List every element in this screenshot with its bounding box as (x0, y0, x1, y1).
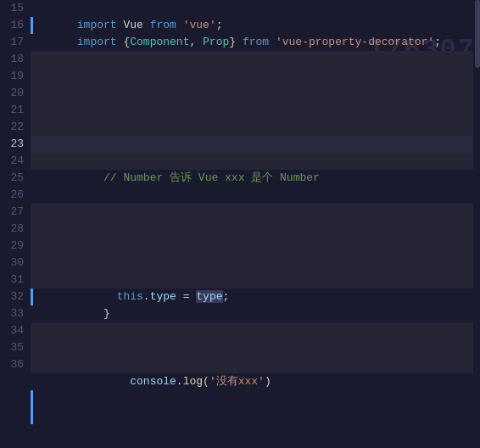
code-line-30: } (31, 255, 480, 272)
line-num-20: 20 (0, 85, 24, 102)
scrollbar[interactable] (473, 0, 480, 448)
code-line-31: this.type = type; (31, 272, 480, 288)
code-line-35: if(this.xxx === undefined){ (31, 339, 480, 356)
line-num-29: 29 (0, 238, 24, 255)
line-num-22: 22 (0, 119, 24, 136)
line-num-34: 34 (0, 322, 24, 339)
line-numbers: 15 16 17 18 19 20 21 22 23 24 25 26 27 2… (0, 0, 31, 448)
line-num-32: 32 (0, 288, 24, 305)
line-num-25: 25 (0, 170, 24, 187)
line-num-30: 30 (0, 255, 24, 272)
code-line-29: throw new Error('type is unknown'); (31, 238, 480, 255)
line-num-17: 17 (0, 34, 24, 51)
code-line-22: @Prop(Number) xxx: number | undefined; (31, 119, 480, 136)
line-num-18: 18 (0, 51, 24, 68)
code-line-28: if (type !== '-' && type !== '+') { (31, 221, 480, 238)
code-line-25 (31, 170, 480, 187)
line-num-15: 15 (0, 0, 24, 17)
line-num-33: 33 (0, 305, 24, 322)
line-num-28: 28 (0, 221, 24, 238)
code-line-34: mounted() { (31, 322, 480, 339)
code-area[interactable]: import Vue from 'vue'; import {Component… (31, 0, 480, 448)
code-line-19: export default class Types extends Vue { (31, 68, 480, 85)
code-line-23: // Prop 告诉 Vue·xxx 不是 data 是 prop (31, 136, 480, 153)
code-line-17 (31, 34, 480, 51)
code-line-20: type = '-'; // '-'表示支出，'+'表示收入 (31, 85, 480, 102)
line-num-36: 36 (0, 356, 24, 373)
code-line-32: } (31, 288, 480, 305)
code-line-33 (31, 305, 480, 322)
line-num-24: 24 (0, 153, 24, 170)
line-num-35: 35 (0, 339, 24, 356)
code-line-27: selectType(type: string) { // type 只能是 '… (31, 204, 480, 221)
line-num-26: 26 (0, 187, 24, 204)
line-num-16: 16 (0, 17, 24, 34)
line-num-19: 19 (0, 68, 24, 85)
line-num-31: 31 (0, 272, 24, 288)
line-num-27: 27 (0, 204, 24, 221)
code-line-15: import Vue from 'vue'; (31, 0, 480, 17)
line-num-21: 21 (0, 102, 24, 119)
code-line-16: import {Component, Prop} from 'vue-prope… (31, 17, 480, 34)
code-line-26 (31, 187, 480, 204)
scrollbar-thumb[interactable] (475, 0, 480, 68)
code-editor: 176307 15 16 17 18 19 20 21 22 23 24 25 … (0, 0, 480, 448)
code-line-24: // Number 告诉 Vue xxx 是个 Number (31, 153, 480, 170)
code-line-21 (31, 102, 480, 119)
code-line-36: console.log('没有xxx') (31, 356, 480, 373)
line-num-23: 23 (0, 136, 24, 153)
code-line-18: @Component (31, 51, 480, 68)
